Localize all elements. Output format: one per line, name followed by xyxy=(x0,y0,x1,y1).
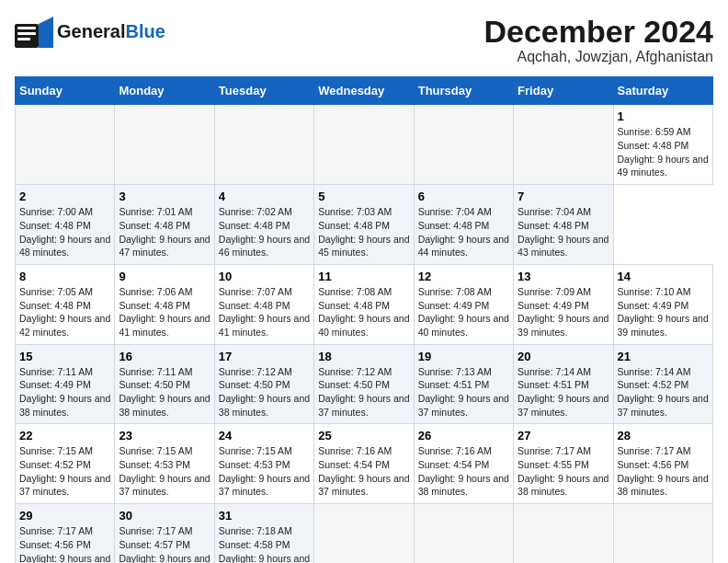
table-row: 5 Sunrise: 7:03 AMSunset: 4:48 PMDayligh… xyxy=(314,185,414,265)
day-number: 26 xyxy=(418,429,509,442)
day-number: 21 xyxy=(618,350,709,363)
day-info: Sunrise: 7:17 AMSunset: 4:55 PMDaylight:… xyxy=(518,445,609,497)
table-row: 25 Sunrise: 7:16 AMSunset: 4:54 PMDaylig… xyxy=(314,424,414,504)
day-info: Sunrise: 7:00 AMSunset: 4:48 PMDaylight:… xyxy=(19,206,110,258)
table-row: 4 Sunrise: 7:02 AMSunset: 4:48 PMDayligh… xyxy=(214,185,313,265)
table-row: 11 Sunrise: 7:08 AMSunset: 4:48 PMDaylig… xyxy=(314,264,414,344)
table-row: 22 Sunrise: 7:15 AMSunset: 4:52 PMDaylig… xyxy=(16,424,115,504)
table-row: 10 Sunrise: 7:07 AMSunset: 4:48 PMDaylig… xyxy=(214,264,313,344)
table-row: 21 Sunrise: 7:14 AMSunset: 4:52 PMDaylig… xyxy=(613,344,712,424)
table-row xyxy=(514,504,613,563)
day-info: Sunrise: 7:05 AMSunset: 4:48 PMDaylight:… xyxy=(19,286,110,338)
header-friday: Friday xyxy=(514,77,613,105)
svg-rect-2 xyxy=(17,27,36,29)
day-number: 2 xyxy=(19,190,110,203)
day-number: 25 xyxy=(318,429,409,442)
table-row: 16 Sunrise: 7:11 AMSunset: 4:50 PMDaylig… xyxy=(115,344,214,424)
day-info: Sunrise: 7:11 AMSunset: 4:49 PMDaylight:… xyxy=(19,366,110,418)
day-info: Sunrise: 7:14 AMSunset: 4:52 PMDaylight:… xyxy=(618,366,709,418)
day-number: 13 xyxy=(518,270,609,283)
day-info: Sunrise: 7:07 AMSunset: 4:48 PMDaylight:… xyxy=(219,286,310,338)
day-number: 7 xyxy=(518,190,609,203)
calendar-week-row: 2 Sunrise: 7:00 AMSunset: 4:48 PMDayligh… xyxy=(16,185,713,265)
day-info: Sunrise: 7:08 AMSunset: 4:49 PMDaylight:… xyxy=(418,286,509,338)
day-info: Sunrise: 7:10 AMSunset: 4:49 PMDaylight:… xyxy=(618,286,709,338)
day-number: 29 xyxy=(19,509,110,523)
day-number: 15 xyxy=(19,350,110,363)
table-row: 7 Sunrise: 7:04 AMSunset: 4:48 PMDayligh… xyxy=(514,185,613,265)
day-number: 4 xyxy=(219,190,310,203)
day-number: 14 xyxy=(618,270,709,283)
table-row: 19 Sunrise: 7:13 AMSunset: 4:51 PMDaylig… xyxy=(414,344,513,424)
day-info: Sunrise: 7:12 AMSunset: 4:50 PMDaylight:… xyxy=(318,366,409,418)
day-info: Sunrise: 7:09 AMSunset: 4:49 PMDaylight:… xyxy=(518,286,609,338)
table-row: 30 Sunrise: 7:17 AMSunset: 4:57 PMDaylig… xyxy=(115,504,214,563)
calendar-header-row: Sunday Monday Tuesday Wednesday Thursday… xyxy=(16,77,713,105)
header-saturday: Saturday xyxy=(613,77,712,105)
table-row: 24 Sunrise: 7:15 AMSunset: 4:53 PMDaylig… xyxy=(214,424,313,504)
day-info: Sunrise: 7:18 AMSunset: 4:58 PMDaylight:… xyxy=(219,525,310,563)
logo-general: General xyxy=(57,21,125,41)
header-thursday: Thursday xyxy=(414,77,513,105)
day-info: Sunrise: 7:02 AMSunset: 4:48 PMDaylight:… xyxy=(219,206,310,258)
day-info: Sunrise: 6:59 AMSunset: 4:48 PMDaylight:… xyxy=(618,126,709,178)
calendar-week-row: 22 Sunrise: 7:15 AMSunset: 4:52 PMDaylig… xyxy=(16,424,713,504)
table-row: 17 Sunrise: 7:12 AMSunset: 4:50 PMDaylig… xyxy=(214,344,313,424)
table-row xyxy=(115,105,214,185)
day-info: Sunrise: 7:14 AMSunset: 4:51 PMDaylight:… xyxy=(518,366,609,418)
day-number: 8 xyxy=(19,270,110,283)
logo: GeneralBlue xyxy=(15,15,165,48)
day-info: Sunrise: 7:17 AMSunset: 4:57 PMDaylight:… xyxy=(119,525,210,563)
table-row: 20 Sunrise: 7:14 AMSunset: 4:51 PMDaylig… xyxy=(514,344,613,424)
day-number: 23 xyxy=(119,429,210,442)
table-row: 3 Sunrise: 7:01 AMSunset: 4:48 PMDayligh… xyxy=(115,185,214,265)
table-row: 14 Sunrise: 7:10 AMSunset: 4:49 PMDaylig… xyxy=(613,264,712,344)
day-number: 11 xyxy=(318,270,409,283)
calendar-week-row: 29 Sunrise: 7:17 AMSunset: 4:56 PMDaylig… xyxy=(16,504,713,563)
page-header: GeneralBlue December 2024 Aqchah, Jowzja… xyxy=(15,15,713,65)
calendar-week-row: 1 Sunrise: 6:59 AMSunset: 4:48 PMDayligh… xyxy=(16,105,713,185)
svg-rect-3 xyxy=(17,32,36,35)
day-number: 28 xyxy=(618,429,709,442)
day-number: 30 xyxy=(119,509,210,523)
day-number: 1 xyxy=(618,109,709,123)
header-wednesday: Wednesday xyxy=(314,77,414,105)
day-info: Sunrise: 7:15 AMSunset: 4:52 PMDaylight:… xyxy=(19,445,110,497)
table-row: 15 Sunrise: 7:11 AMSunset: 4:49 PMDaylig… xyxy=(16,344,115,424)
table-row: 1 Sunrise: 6:59 AMSunset: 4:48 PMDayligh… xyxy=(613,105,712,185)
day-info: Sunrise: 7:16 AMSunset: 4:54 PMDaylight:… xyxy=(418,445,509,497)
table-row xyxy=(414,105,513,185)
calendar-table: Sunday Monday Tuesday Wednesday Thursday… xyxy=(15,76,713,563)
day-number: 3 xyxy=(119,190,210,203)
table-row xyxy=(514,105,613,185)
day-number: 24 xyxy=(219,429,310,442)
table-row: 26 Sunrise: 7:16 AMSunset: 4:54 PMDaylig… xyxy=(414,424,513,504)
table-row: 6 Sunrise: 7:04 AMSunset: 4:48 PMDayligh… xyxy=(414,185,513,265)
day-number: 5 xyxy=(318,190,409,203)
day-info: Sunrise: 7:16 AMSunset: 4:54 PMDaylight:… xyxy=(318,445,409,497)
day-info: Sunrise: 7:04 AMSunset: 4:48 PMDaylight:… xyxy=(418,206,509,258)
header-sunday: Sunday xyxy=(16,77,115,105)
day-info: Sunrise: 7:08 AMSunset: 4:48 PMDaylight:… xyxy=(318,286,409,338)
day-number: 12 xyxy=(418,270,509,283)
table-row xyxy=(613,504,712,563)
table-row: 12 Sunrise: 7:08 AMSunset: 4:49 PMDaylig… xyxy=(414,264,513,344)
header-tuesday: Tuesday xyxy=(214,77,313,105)
page-title: December 2024 xyxy=(483,15,713,49)
day-info: Sunrise: 7:13 AMSunset: 4:51 PMDaylight:… xyxy=(418,366,509,418)
day-info: Sunrise: 7:17 AMSunset: 4:56 PMDaylight:… xyxy=(618,445,709,497)
logo-icon xyxy=(15,15,53,48)
calendar-week-row: 15 Sunrise: 7:11 AMSunset: 4:49 PMDaylig… xyxy=(16,344,713,424)
day-info: Sunrise: 7:03 AMSunset: 4:48 PMDaylight:… xyxy=(318,206,409,258)
table-row: 28 Sunrise: 7:17 AMSunset: 4:56 PMDaylig… xyxy=(613,424,712,504)
table-row xyxy=(16,105,115,185)
day-info: Sunrise: 7:17 AMSunset: 4:56 PMDaylight:… xyxy=(19,525,110,563)
table-row: 27 Sunrise: 7:17 AMSunset: 4:55 PMDaylig… xyxy=(514,424,613,504)
day-number: 19 xyxy=(418,350,509,363)
day-number: 9 xyxy=(119,270,210,283)
svg-rect-4 xyxy=(17,38,30,40)
table-row: 8 Sunrise: 7:05 AMSunset: 4:48 PMDayligh… xyxy=(16,264,115,344)
day-number: 16 xyxy=(119,350,210,363)
day-number: 6 xyxy=(418,190,509,203)
day-number: 17 xyxy=(219,350,310,363)
